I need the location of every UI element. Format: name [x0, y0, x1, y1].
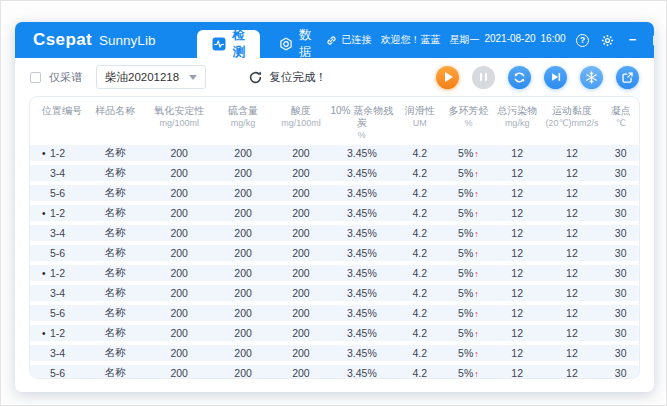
connection-status: 已连接 [326, 33, 371, 47]
cell-contaminants: 12 [493, 205, 542, 221]
table-row[interactable]: 5-6名称2002002003.45%4.25%↑121230 [30, 185, 639, 201]
cell-contaminants: 12 [493, 185, 542, 201]
main-tabs: 检测 数据 [197, 22, 326, 58]
over-limit-arrow-icon: ↑ [474, 369, 479, 379]
skip-to-end-icon [550, 71, 562, 83]
cell-pah: 5%↑ [444, 325, 493, 341]
titlebar: Csepat SunnyLib 检测 [15, 22, 654, 58]
cell-acidity: 200 [274, 365, 329, 379]
cell-freezing: 30 [602, 265, 639, 281]
cell-sample_name: 名称 [85, 225, 146, 241]
titlebar-status: 已连接 欢迎您！蓝蓝 星期一 2021-08-20 16:00 ? [326, 32, 654, 48]
over-limit-arrow-icon: ↑ [474, 349, 479, 359]
cell-viscosity: 12 [542, 205, 603, 221]
cell-acidity: 200 [274, 345, 329, 361]
cell-freezing: 30 [602, 225, 639, 241]
logout-icon [651, 34, 654, 47]
column-header-contaminants: 总污染物mg/kg [493, 101, 542, 141]
row-marker-icon: • [42, 148, 50, 159]
cell-sample_name: 名称 [85, 205, 146, 221]
over-limit-arrow-icon: ↑ [474, 189, 479, 199]
sync-button[interactable] [508, 66, 531, 89]
cell-contaminants: 12 [493, 165, 542, 181]
detection-icon [212, 37, 226, 51]
column-header-sample_name: 样品名称 [85, 101, 146, 141]
tab-data-label: 数据 [299, 27, 312, 61]
brand-product: SunnyLib [99, 33, 155, 48]
cell-pah: 5%↑ [444, 285, 493, 301]
export-button[interactable] [616, 66, 639, 89]
cell-viscosity: 12 [542, 145, 603, 161]
cell-sulfur: 200 [213, 325, 274, 341]
play-button[interactable] [436, 66, 459, 89]
skip-to-end-button[interactable] [544, 66, 567, 89]
tab-data[interactable]: 数据 [264, 30, 327, 58]
brand-name: Csepat [33, 30, 92, 50]
column-header-position: 位置编号 [30, 101, 85, 141]
freeze-button[interactable] [580, 66, 603, 89]
link-icon [326, 35, 337, 46]
table-row[interactable]: 5-6名称2002002003.45%4.25%↑121230 [30, 245, 639, 261]
table-row[interactable]: •1-2名称2002002003.45%4.25%↑121230 [30, 205, 639, 221]
cell-contaminants: 12 [493, 245, 542, 261]
cell-acidity: 200 [274, 185, 329, 201]
cell-sulfur: 200 [213, 345, 274, 361]
cell-residue: 3.45% [328, 305, 395, 321]
cell-acidity: 200 [274, 165, 329, 181]
cell-acidity: 200 [274, 305, 329, 321]
cell-oxidation: 200 [146, 345, 213, 361]
cell-lubricity: 4.2 [395, 165, 444, 181]
cell-pah: 5%↑ [444, 305, 493, 321]
column-header-pah: 多环芳烃% [444, 101, 493, 141]
cell-pah: 5%↑ [444, 185, 493, 201]
cell-oxidation: 200 [146, 205, 213, 221]
cell-viscosity: 12 [542, 185, 603, 201]
cell-contaminants: 12 [493, 325, 542, 341]
reset-button[interactable]: 复位完成！ [248, 70, 327, 85]
table-row[interactable]: •1-2名称2002002003.45%4.25%↑121230 [30, 325, 639, 341]
cell-sample_name: 名称 [85, 165, 146, 181]
cell-oxidation: 200 [146, 185, 213, 201]
sample-select-value: 柴油20201218 [105, 70, 179, 85]
table-row[interactable]: •1-2名称2002002003.45%4.25%↑121230 [30, 145, 639, 161]
column-header-residue: 10% 蒸余物残炭% [328, 101, 395, 141]
table-row[interactable]: 3-4名称2002002003.45%4.25%↑121230 [30, 225, 639, 241]
table-row[interactable]: 5-6名称2002002003.45%4.25%↑121230 [30, 365, 639, 379]
settings-button[interactable] [600, 32, 616, 48]
table-row[interactable]: 3-4名称2002002003.45%4.25%↑121230 [30, 345, 639, 361]
row-marker-icon: • [42, 208, 50, 219]
cell-residue: 3.45% [328, 345, 395, 361]
cell-oxidation: 200 [146, 285, 213, 301]
column-header-sulfur: 硫含量mg/kg [213, 101, 274, 141]
cell-lubricity: 4.2 [395, 305, 444, 321]
help-button[interactable]: ? [575, 32, 591, 48]
table-row[interactable]: 3-4名称2002002003.45%4.25%↑121230 [30, 285, 639, 301]
cell-freezing: 30 [602, 145, 639, 161]
cell-freezing: 30 [602, 185, 639, 201]
sample-select[interactable]: 柴油20201218 [96, 65, 206, 89]
cell-freezing: 30 [602, 245, 639, 261]
cell-sulfur: 200 [213, 165, 274, 181]
cell-sulfur: 200 [213, 145, 274, 161]
exit-button[interactable] [650, 32, 654, 48]
cell-viscosity: 12 [542, 265, 603, 281]
table-row[interactable]: 3-4名称2002002003.45%4.25%↑121230 [30, 165, 639, 181]
results-table-card: 位置编号样品名称氧化安定性mg/100ml硫含量mg/kg酸度mg/100ml1… [29, 96, 640, 379]
cell-position: •1-2 [30, 205, 85, 221]
table-row[interactable]: •1-2名称2002002003.45%4.25%↑121230 [30, 265, 639, 281]
app-window: Csepat SunnyLib 检测 [15, 22, 654, 392]
minimize-button[interactable]: − [625, 32, 641, 48]
only-spectrum-checkbox[interactable] [30, 72, 41, 83]
cell-residue: 3.45% [328, 245, 395, 261]
table-row[interactable]: 5-6名称2002002003.45%4.25%↑121230 [30, 305, 639, 321]
cell-lubricity: 4.2 [395, 185, 444, 201]
tab-detection[interactable]: 检测 [197, 30, 260, 58]
over-limit-arrow-icon: ↑ [474, 289, 479, 299]
cell-lubricity: 4.2 [395, 245, 444, 261]
cell-pah: 5%↑ [444, 225, 493, 241]
pause-button[interactable] [472, 66, 495, 89]
cell-sample_name: 名称 [85, 345, 146, 361]
cell-viscosity: 12 [542, 345, 603, 361]
table-header-row: 位置编号样品名称氧化安定性mg/100ml硫含量mg/kg酸度mg/100ml1… [30, 101, 639, 141]
sync-icon [513, 71, 526, 84]
